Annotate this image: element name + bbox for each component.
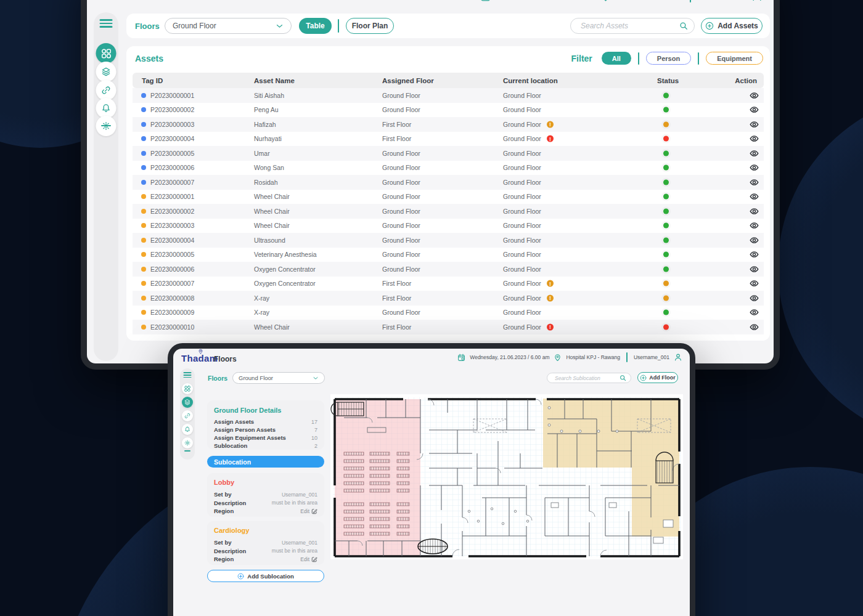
view-asset-button[interactable] (750, 192, 759, 201)
equipment-tag-dot (141, 238, 146, 243)
view-asset-button[interactable] (750, 322, 759, 331)
view-asset-button[interactable] (750, 206, 759, 216)
view-asset-button[interactable] (750, 105, 759, 115)
equipment-tag-dot (141, 281, 146, 286)
tag-id: E20230000001 (150, 193, 194, 200)
plus-icon (237, 573, 244, 580)
table-row: E20230000006 Oxygen Concentrator Ground … (133, 262, 764, 277)
filter-person-button[interactable]: Person (646, 52, 691, 65)
status-dot (663, 107, 669, 113)
view-asset-button[interactable] (750, 264, 759, 274)
location-pin-icon (554, 354, 562, 362)
asset-name: X-ray (254, 294, 269, 302)
floors-window: Thadam Floors Wednesday, 21.06.2023 / 6.… (168, 343, 695, 616)
tag-id: E20230000004 (150, 237, 194, 244)
floor-select[interactable]: Ground Floor (165, 18, 292, 34)
background-circle (778, 92, 863, 444)
current-location: Ground Floor (503, 237, 541, 244)
sublocation-card-cardiology: Cardiology Set byUsername_001 Descriptio… (207, 521, 324, 565)
sidebar-item-settings[interactable] (182, 437, 193, 448)
table-view-button[interactable]: Table (299, 18, 332, 34)
filter-all-button[interactable]: All (602, 52, 631, 65)
person-tag-dot (141, 136, 146, 141)
edit-icon (311, 556, 317, 562)
warning-icon: ! (547, 323, 554, 330)
location-pin-icon (600, 0, 611, 2)
user-icon[interactable] (751, 0, 763, 2)
asset-name: Ultrasound (254, 237, 285, 244)
view-asset-button[interactable] (750, 163, 759, 172)
tag-id: E20230000003 (150, 222, 194, 229)
assigned-floor: Ground Floor (382, 193, 420, 200)
asset-table-rows: P20230000001 Siti Aishah Ground Floor Gr… (133, 88, 764, 334)
view-asset-button[interactable] (750, 177, 759, 187)
status-dot (663, 165, 669, 171)
sidebar (180, 368, 195, 460)
equipment-tag-dot (141, 252, 146, 257)
asset-name: Oxygen Concentrator (254, 265, 316, 273)
sidebar-item-dashboard[interactable] (96, 43, 117, 63)
toolbar-divider (338, 19, 339, 33)
current-location: Ground Floor (503, 179, 541, 186)
view-asset-button[interactable] (750, 91, 759, 100)
add-floor-button[interactable]: Add Floor (637, 372, 678, 383)
warning-icon: ! (547, 136, 554, 142)
table-row: E20230000005 Veterinary Anesthesia Groun… (133, 248, 764, 262)
floor-select[interactable]: Ground Floor (232, 372, 325, 384)
floor-plan-view-button[interactable]: Floor Plan (346, 18, 394, 34)
sidebar-item-dashboard[interactable] (182, 383, 193, 394)
view-asset-button[interactable] (750, 134, 759, 144)
sidebar-item-floors[interactable] (182, 397, 193, 408)
view-asset-button[interactable] (750, 279, 759, 288)
filter-equipment-button[interactable]: Equipment (706, 52, 763, 65)
status-dot (663, 208, 669, 214)
table-header: Tag ID Asset Name Assigned Floor Current… (133, 73, 764, 88)
view-asset-button[interactable] (750, 293, 759, 302)
view-asset-button[interactable] (750, 308, 759, 317)
sublocation-card-lobby: Lobby Set byUsername_001 Descriptionmust… (207, 473, 324, 517)
search-icon[interactable] (620, 375, 626, 381)
assigned-floor: Ground Floor (382, 106, 420, 113)
view-asset-button[interactable] (750, 221, 759, 230)
view-asset-button[interactable] (750, 120, 759, 129)
add-assets-button[interactable]: Add Assets (701, 18, 763, 34)
search-sublocation-input[interactable] (547, 373, 631, 383)
sidebar-item-floors[interactable] (96, 62, 117, 82)
menu-icon[interactable] (184, 372, 192, 378)
current-location: Ground Floor (503, 92, 541, 99)
current-location: Ground Floor (503, 106, 541, 113)
edit-region-button[interactable]: Edit (300, 508, 317, 514)
search-assets-input[interactable] (570, 18, 695, 34)
person-tag-dot (141, 122, 146, 127)
view-asset-button[interactable] (750, 250, 759, 259)
view-asset-button[interactable] (750, 235, 759, 245)
floor-plan[interactable] (330, 394, 683, 559)
add-sublocation-button[interactable]: Add Sublocation (207, 570, 324, 582)
current-location: Ground Floor (503, 135, 541, 142)
status-dot (663, 310, 669, 315)
table-row: P20230000002 Peng Au Ground Floor Ground… (133, 103, 764, 118)
status-dot (663, 179, 669, 185)
equipment-tag-dot (141, 209, 146, 214)
asset-name: Siti Aishah (254, 92, 284, 99)
current-location: Ground Floor (503, 309, 541, 316)
sidebar-item-links[interactable] (182, 410, 193, 421)
search-icon[interactable] (679, 22, 688, 30)
menu-icon[interactable] (100, 19, 113, 28)
table-row: P20230000001 Siti Aishah Ground Floor Gr… (133, 88, 764, 103)
current-location: Ground Floor (503, 323, 541, 331)
assigned-floor: First Floor (382, 280, 411, 287)
sublocation-tab-button[interactable]: Sublocation (207, 456, 324, 468)
sidebar-item-notifications[interactable] (182, 424, 193, 435)
view-asset-button[interactable] (750, 148, 759, 158)
edit-region-button[interactable]: Edit (300, 556, 317, 562)
table-row: P20230000004 Nurhayati First Floor Groun… (133, 132, 764, 147)
table-row: E20230000001 Wheel Chair Ground Floor Gr… (133, 190, 764, 205)
plus-icon (640, 375, 647, 381)
user-icon[interactable] (674, 353, 682, 362)
chevron-down-icon (313, 375, 319, 381)
logo-pin-icon (198, 349, 203, 354)
header-divider (626, 352, 628, 362)
edit-icon (311, 508, 317, 514)
assigned-floor: Ground Floor (382, 265, 420, 273)
